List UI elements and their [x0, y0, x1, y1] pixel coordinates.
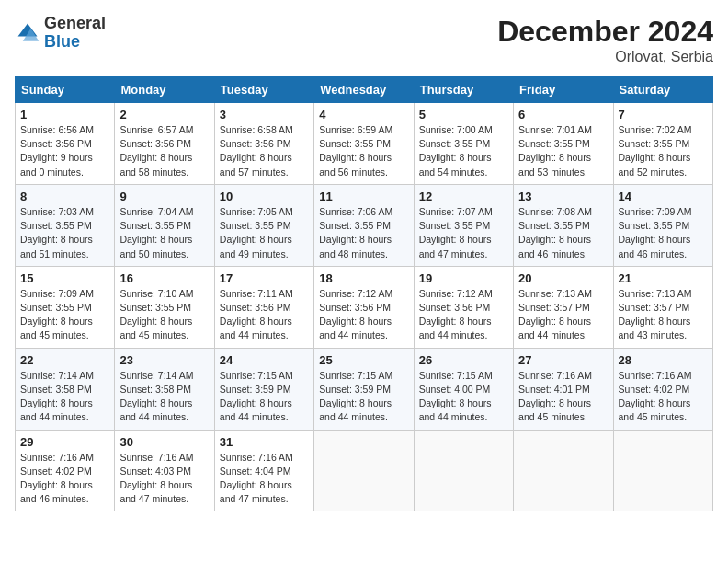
calendar-cell: [314, 430, 414, 511]
dow-header-sunday: Sunday: [16, 77, 115, 103]
calendar-cell: [613, 430, 712, 511]
calendar-table: SundayMondayTuesdayWednesdayThursdayFrid…: [15, 76, 713, 511]
day-number: 26: [419, 353, 508, 367]
day-info: Sunrise: 7:10 AMSunset: 3:55 PMDaylight:…: [119, 287, 209, 343]
day-info: Sunrise: 6:59 AMSunset: 3:55 PMDaylight:…: [319, 123, 408, 179]
day-number: 23: [119, 353, 209, 367]
day-info: Sunrise: 7:16 AMSunset: 4:01 PMDaylight:…: [518, 369, 608, 425]
day-info: Sunrise: 7:12 AMSunset: 3:56 PMDaylight:…: [419, 287, 508, 343]
day-number: 15: [20, 271, 109, 285]
calendar-cell: 30Sunrise: 7:16 AMSunset: 4:03 PMDayligh…: [115, 430, 214, 511]
calendar-cell: 29Sunrise: 7:16 AMSunset: 4:02 PMDayligh…: [16, 430, 115, 511]
day-number: 4: [319, 108, 408, 121]
day-number: 20: [518, 271, 608, 285]
day-info: Sunrise: 7:06 AMSunset: 3:55 PMDaylight:…: [319, 205, 408, 261]
page-title: December 2024: [497, 15, 713, 49]
day-number: 27: [518, 353, 608, 367]
day-number: 25: [319, 353, 408, 367]
calendar-cell: 3Sunrise: 6:58 AMSunset: 3:56 PMDaylight…: [214, 103, 313, 185]
day-number: 30: [119, 435, 209, 449]
day-info: Sunrise: 7:04 AMSunset: 3:55 PMDaylight:…: [119, 205, 209, 261]
calendar-cell: 1Sunrise: 6:56 AMSunset: 3:56 PMDaylight…: [16, 103, 115, 185]
calendar-cell: 15Sunrise: 7:09 AMSunset: 3:55 PMDayligh…: [16, 266, 115, 348]
day-number: 7: [619, 108, 708, 121]
day-number: 6: [518, 108, 608, 121]
calendar-cell: 7Sunrise: 7:02 AMSunset: 3:55 PMDaylight…: [613, 103, 712, 185]
day-number: 9: [119, 190, 209, 203]
day-info: Sunrise: 7:16 AMSunset: 4:02 PMDaylight:…: [619, 369, 708, 425]
day-info: Sunrise: 7:02 AMSunset: 3:55 PMDaylight:…: [619, 123, 708, 179]
logo: General Blue: [15, 15, 106, 52]
day-info: Sunrise: 7:03 AMSunset: 3:55 PMDaylight:…: [20, 205, 109, 261]
day-info: Sunrise: 6:57 AMSunset: 3:56 PMDaylight:…: [119, 123, 209, 179]
dow-header-tuesday: Tuesday: [214, 77, 313, 103]
day-number: 16: [119, 271, 209, 285]
day-number: 18: [319, 271, 408, 285]
day-number: 14: [619, 190, 708, 203]
calendar-cell: 18Sunrise: 7:12 AMSunset: 3:56 PMDayligh…: [314, 266, 414, 348]
calendar-cell: 20Sunrise: 7:13 AMSunset: 3:57 PMDayligh…: [514, 266, 613, 348]
calendar-cell: 23Sunrise: 7:14 AMSunset: 3:58 PMDayligh…: [115, 348, 214, 430]
day-number: 28: [619, 353, 708, 367]
calendar-cell: 27Sunrise: 7:16 AMSunset: 4:01 PMDayligh…: [514, 348, 613, 430]
day-info: Sunrise: 7:15 AMSunset: 3:59 PMDaylight:…: [220, 369, 309, 425]
calendar-cell: 25Sunrise: 7:15 AMSunset: 3:59 PMDayligh…: [314, 348, 414, 430]
logo-icon: [15, 20, 40, 46]
day-info: Sunrise: 7:15 AMSunset: 3:59 PMDaylight:…: [319, 369, 408, 425]
logo-blue: Blue: [44, 33, 106, 52]
day-number: 2: [119, 108, 209, 121]
day-info: Sunrise: 6:58 AMSunset: 3:56 PMDaylight:…: [220, 123, 309, 179]
day-number: 13: [518, 190, 608, 203]
calendar-cell: 10Sunrise: 7:05 AMSunset: 3:55 PMDayligh…: [214, 184, 313, 266]
calendar-cell: 11Sunrise: 7:06 AMSunset: 3:55 PMDayligh…: [314, 184, 414, 266]
calendar-cell: 5Sunrise: 7:00 AMSunset: 3:55 PMDaylight…: [414, 103, 513, 185]
dow-header-wednesday: Wednesday: [314, 77, 414, 103]
day-info: Sunrise: 7:01 AMSunset: 3:55 PMDaylight:…: [518, 123, 608, 179]
dow-header-friday: Friday: [514, 77, 613, 103]
day-number: 5: [419, 108, 508, 121]
day-info: Sunrise: 7:13 AMSunset: 3:57 PMDaylight:…: [619, 287, 708, 343]
day-number: 12: [419, 190, 508, 203]
page-header: General Blue December 2024 Orlovat, Serb…: [15, 15, 713, 65]
calendar-cell: 17Sunrise: 7:11 AMSunset: 3:56 PMDayligh…: [214, 266, 313, 348]
day-info: Sunrise: 7:16 AMSunset: 4:03 PMDaylight:…: [119, 451, 209, 507]
day-info: Sunrise: 7:16 AMSunset: 4:04 PMDaylight:…: [220, 451, 309, 507]
day-info: Sunrise: 7:05 AMSunset: 3:55 PMDaylight:…: [220, 205, 309, 261]
day-info: Sunrise: 6:56 AMSunset: 3:56 PMDaylight:…: [20, 123, 109, 179]
day-number: 24: [220, 353, 309, 367]
day-number: 31: [220, 435, 309, 449]
calendar-cell: 12Sunrise: 7:07 AMSunset: 3:55 PMDayligh…: [414, 184, 513, 266]
day-number: 29: [20, 435, 109, 449]
calendar-cell: [514, 430, 613, 511]
day-info: Sunrise: 7:13 AMSunset: 3:57 PMDaylight:…: [518, 287, 608, 343]
day-info: Sunrise: 7:09 AMSunset: 3:55 PMDaylight:…: [619, 205, 708, 261]
dow-header-saturday: Saturday: [613, 77, 712, 103]
calendar-cell: 21Sunrise: 7:13 AMSunset: 3:57 PMDayligh…: [613, 266, 712, 348]
day-number: 22: [20, 353, 109, 367]
day-info: Sunrise: 7:15 AMSunset: 4:00 PMDaylight:…: [419, 369, 508, 425]
day-number: 10: [220, 190, 309, 203]
day-info: Sunrise: 7:07 AMSunset: 3:55 PMDaylight:…: [419, 205, 508, 261]
calendar-cell: 28Sunrise: 7:16 AMSunset: 4:02 PMDayligh…: [613, 348, 712, 430]
dow-header-monday: Monday: [115, 77, 214, 103]
calendar-cell: 2Sunrise: 6:57 AMSunset: 3:56 PMDaylight…: [115, 103, 214, 185]
day-info: Sunrise: 7:14 AMSunset: 3:58 PMDaylight:…: [119, 369, 209, 425]
day-number: 3: [220, 108, 309, 121]
day-number: 19: [419, 271, 508, 285]
calendar-cell: 14Sunrise: 7:09 AMSunset: 3:55 PMDayligh…: [613, 184, 712, 266]
page-subtitle: Orlovat, Serbia: [497, 49, 713, 65]
day-number: 11: [319, 190, 408, 203]
dow-header-thursday: Thursday: [414, 77, 513, 103]
calendar-cell: 31Sunrise: 7:16 AMSunset: 4:04 PMDayligh…: [214, 430, 313, 511]
calendar-cell: 6Sunrise: 7:01 AMSunset: 3:55 PMDaylight…: [514, 103, 613, 185]
day-info: Sunrise: 7:14 AMSunset: 3:58 PMDaylight:…: [20, 369, 109, 425]
calendar-cell: 8Sunrise: 7:03 AMSunset: 3:55 PMDaylight…: [16, 184, 115, 266]
calendar-cell: 22Sunrise: 7:14 AMSunset: 3:58 PMDayligh…: [16, 348, 115, 430]
calendar-cell: 24Sunrise: 7:15 AMSunset: 3:59 PMDayligh…: [214, 348, 313, 430]
logo-general: General: [44, 15, 106, 33]
title-block: December 2024 Orlovat, Serbia: [497, 15, 713, 65]
day-info: Sunrise: 7:09 AMSunset: 3:55 PMDaylight:…: [20, 287, 109, 343]
calendar-cell: 4Sunrise: 6:59 AMSunset: 3:55 PMDaylight…: [314, 103, 414, 185]
day-number: 17: [220, 271, 309, 285]
calendar-cell: 16Sunrise: 7:10 AMSunset: 3:55 PMDayligh…: [115, 266, 214, 348]
